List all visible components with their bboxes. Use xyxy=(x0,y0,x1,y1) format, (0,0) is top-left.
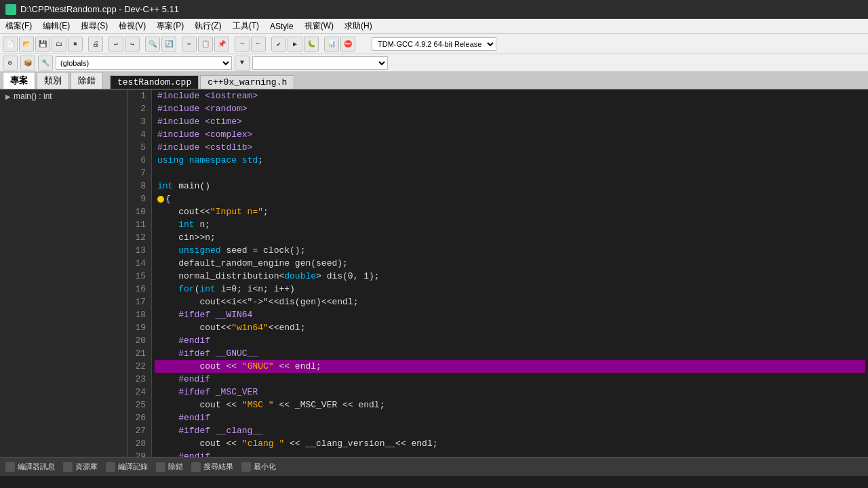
file-tab-warning[interactable]: c++0x_warning.h xyxy=(200,75,294,89)
code-line-4: #include <complex> xyxy=(155,128,865,141)
app-icon xyxy=(5,4,16,15)
line-number-2: 2 xyxy=(133,102,146,115)
code-line-17: cout<<i<<"->"<<dis(gen)<<endl; xyxy=(155,296,865,308)
file-tab-main[interactable]: testRandom.cpp xyxy=(110,75,199,89)
line-number-14: 14 xyxy=(133,257,146,270)
toolbar-unindent[interactable]: ← xyxy=(251,37,266,52)
code-line-9: { xyxy=(155,192,865,205)
line-number-9: 9 xyxy=(133,192,146,205)
toolbar-chart[interactable]: 📊 xyxy=(324,37,339,52)
toolbar-open[interactable]: 📂 xyxy=(19,37,34,52)
line-number-18: 18 xyxy=(133,308,146,321)
code-line-13: unsigned seed = clock(); xyxy=(155,244,865,257)
code-line-19: cout<<"win64"<<endl; xyxy=(155,321,865,334)
menu-item-s[interactable]: 搜尋(S) xyxy=(75,19,113,33)
code-line-3: #include <ctime> xyxy=(155,115,865,128)
tab-project[interactable]: 專案 xyxy=(3,72,35,89)
menu-item-z[interactable]: 執行(Z) xyxy=(189,19,226,33)
code-area[interactable]: 1234567891011121314151617181920212223242… xyxy=(127,89,868,457)
status-item-[interactable]: 編譯器訊息 xyxy=(5,462,55,472)
code-line-7 xyxy=(155,167,865,180)
toolbar-stop[interactable]: ⛔ xyxy=(340,37,355,52)
function-select[interactable] xyxy=(252,56,388,70)
code-line-10: cout<<"Input n="; xyxy=(155,205,865,218)
toolbar-save-all[interactable]: 🗂 xyxy=(52,37,66,52)
file-tabs: testRandom.cpp c++0x_warning.h xyxy=(104,72,868,89)
tab-class[interactable]: 類別 xyxy=(37,72,69,89)
status-item-[interactable]: 搜尋結果 xyxy=(191,462,233,472)
toolbar-save[interactable]: 💾 xyxy=(35,37,50,52)
menu-item-t[interactable]: 工具(T) xyxy=(227,19,264,33)
tab-debug[interactable]: 除錯 xyxy=(71,72,103,89)
project-tabs: 專案 類別 除錯 xyxy=(0,72,104,89)
dropdown-arrow[interactable]: ▼ xyxy=(235,56,250,70)
menu-item-f[interactable]: 檔案(F) xyxy=(0,19,37,33)
menu-item-h[interactable]: 求助(H) xyxy=(339,19,378,33)
menu-item-v[interactable]: 檢視(V) xyxy=(113,19,151,33)
toolbar-copy[interactable]: 📋 xyxy=(198,37,213,52)
dropdown-icon2[interactable]: 📦 xyxy=(20,56,35,70)
status-icon- xyxy=(5,462,15,472)
status-item-[interactable]: 最小化 xyxy=(241,462,276,472)
code-line-24: #ifdef _MSC_VER xyxy=(155,386,865,399)
toolbar-compile[interactable]: ✔ xyxy=(271,37,286,52)
code-line-22: cout << "GNUC" << endl; xyxy=(155,360,865,373)
dropdown-icon1[interactable]: ⚙ xyxy=(3,56,18,70)
toolbar-cut[interactable]: ✂ xyxy=(182,37,197,52)
code-line-6: using namespace std; xyxy=(155,154,865,167)
menu-item-w[interactable]: 視窗(W) xyxy=(299,19,339,33)
code-line-12: cin>>n; xyxy=(155,231,865,244)
line-number-15: 15 xyxy=(133,270,146,283)
toolbar-indent[interactable]: → xyxy=(235,37,250,52)
toolbar-undo[interactable]: ↩ xyxy=(108,37,123,52)
menu-item-p[interactable]: 專案(P) xyxy=(151,19,189,33)
line-number-13: 13 xyxy=(133,244,146,257)
status-item-[interactable]: 編譯記錄 xyxy=(106,462,148,472)
menu-item-astyle[interactable]: AStyle xyxy=(264,20,299,33)
code-line-27: #ifdef __clang__ xyxy=(155,424,865,437)
sidebar-item-main[interactable]: ▶ main() : int xyxy=(0,89,127,103)
title-bar: D:\CPP\testRandom.cpp - Dev-C++ 5.11 xyxy=(0,0,868,19)
line-number-3: 3 xyxy=(133,115,146,128)
code-line-26: #endif xyxy=(155,411,865,424)
toolbar-new[interactable]: 📄 xyxy=(3,37,18,52)
code-line-15: normal_distribution<double> dis(0, 1); xyxy=(155,270,865,283)
scope-select[interactable]: (globals) xyxy=(56,56,232,70)
compiler-select[interactable]: TDM-GCC 4.9.2 64-bit Release xyxy=(372,37,496,51)
line-number-29: 29 xyxy=(133,450,146,457)
toolbar-paste[interactable]: 📌 xyxy=(214,37,229,52)
toolbar-find[interactable]: 🔍 xyxy=(145,37,160,52)
line-number-21: 21 xyxy=(133,347,146,360)
code-line-23: #endif xyxy=(155,373,865,386)
line-number-10: 10 xyxy=(133,205,146,218)
sidebar: ▶ main() : int xyxy=(0,89,127,457)
dropdown-icon3[interactable]: 🔧 xyxy=(38,56,53,70)
line-number-17: 17 xyxy=(133,296,146,308)
status-label: 編譯記錄 xyxy=(118,462,148,472)
line-number-11: 11 xyxy=(133,218,146,231)
toolbar-replace[interactable]: 🔄 xyxy=(161,37,176,52)
line-number-22: 22 xyxy=(133,360,146,373)
toolbar-print[interactable]: 🖨 xyxy=(88,37,103,52)
line-number-12: 12 xyxy=(133,231,146,244)
sidebar-label: main() : int xyxy=(14,92,52,101)
toolbar-close[interactable]: ✖ xyxy=(68,37,83,52)
line-number-1: 1 xyxy=(133,89,146,102)
toolbar-run[interactable]: ▶ xyxy=(288,37,302,52)
status-label: 資源庫 xyxy=(75,462,98,472)
status-item-[interactable]: 資源庫 xyxy=(63,462,98,472)
breakpoint-dot xyxy=(157,196,164,203)
code-line-2: #include <random> xyxy=(155,102,865,115)
toolbar-redo[interactable]: ↪ xyxy=(125,37,140,52)
line-numbers: 1234567891011121314151617181920212223242… xyxy=(127,89,152,457)
status-item-[interactable]: 除錯 xyxy=(156,462,183,472)
status-label: 最小化 xyxy=(254,462,276,472)
line-number-23: 23 xyxy=(133,373,146,386)
menu-item-e[interactable]: 編輯(E) xyxy=(37,19,75,33)
status-bar: 編譯器訊息資源庫編譯記錄除錯搜尋結果最小化 xyxy=(0,457,868,476)
toolbar-debug[interactable]: 🐛 xyxy=(304,37,319,52)
line-number-24: 24 xyxy=(133,386,146,399)
line-number-7: 7 xyxy=(133,167,146,180)
code-line-18: #ifdef __WIN64 xyxy=(155,308,865,321)
line-number-28: 28 xyxy=(133,437,146,450)
